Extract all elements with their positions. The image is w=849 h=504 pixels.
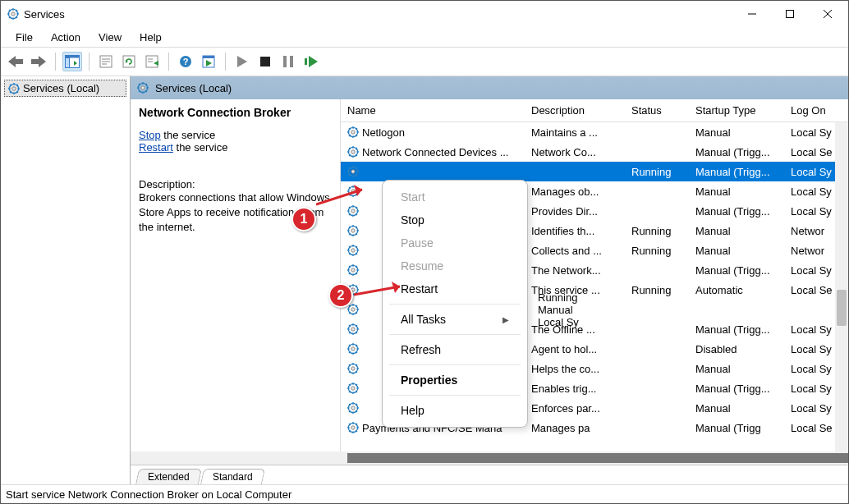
col-header-startup[interactable]: Startup Type xyxy=(689,99,784,121)
cell-startup: Disabled xyxy=(689,343,784,355)
cell-startup: Manual (Trigg... xyxy=(689,146,784,158)
cell-status: Running xyxy=(625,166,689,178)
cell-logon: Networ xyxy=(784,225,842,237)
cell-logon: Local Se xyxy=(784,146,842,158)
context-separator xyxy=(389,364,521,365)
properties-button[interactable] xyxy=(96,52,116,71)
col-header-description[interactable]: Description xyxy=(525,99,625,121)
annotation-badge-1: 1 xyxy=(291,207,316,231)
context-all-tasks[interactable]: All Tasks ▶ xyxy=(383,308,527,331)
menu-view[interactable]: View xyxy=(90,30,130,45)
service-icon xyxy=(347,146,359,158)
service-icon xyxy=(347,402,359,414)
cell-description: Identifies th... xyxy=(525,225,625,237)
tree-item-services-local[interactable]: Services (Local) xyxy=(4,80,126,97)
nav-back-button[interactable] xyxy=(6,52,25,71)
menu-file[interactable]: File xyxy=(7,30,41,45)
cell-status: Running xyxy=(531,291,595,304)
panel-title: Services (Local) xyxy=(155,82,232,94)
toolbar-separator xyxy=(89,53,89,71)
show-hide-tree-button[interactable] xyxy=(62,52,82,71)
nav-forward-button[interactable] xyxy=(29,52,48,71)
table-row[interactable]: NetlogonMaintains a ...ManualLocal Sy xyxy=(341,122,848,142)
stop-service-button[interactable] xyxy=(255,52,275,71)
tab-standard[interactable]: Standard xyxy=(200,469,265,484)
menu-help[interactable]: Help xyxy=(131,30,170,45)
col-header-name[interactable]: Name xyxy=(341,99,525,121)
col-header-status[interactable]: Status xyxy=(625,99,689,121)
cell-startup: Manual (Trigg... xyxy=(689,383,784,395)
refresh-button[interactable] xyxy=(119,52,139,71)
vertical-scrollbar-thumb[interactable] xyxy=(837,290,847,326)
maximize-button[interactable] xyxy=(771,1,809,27)
cell-name: Network Connected Devices ... xyxy=(362,146,508,158)
context-stop[interactable]: Stop xyxy=(383,208,527,231)
toolbar-separator xyxy=(168,53,169,71)
context-menu: Start Stop Pause Resume Restart All Task… xyxy=(382,180,528,428)
service-icon xyxy=(347,205,359,217)
restart-service-link[interactable]: Restart xyxy=(139,141,173,153)
menu-action[interactable]: Action xyxy=(43,30,89,45)
svg-line-43 xyxy=(354,286,400,295)
context-separator xyxy=(389,395,521,396)
vertical-scrollbar[interactable] xyxy=(835,122,848,451)
cell-startup: Manual (Trigg xyxy=(689,422,784,434)
tab-extended[interactable]: Extended xyxy=(135,469,202,484)
help-button[interactable]: ? xyxy=(176,52,195,71)
context-pause: Pause xyxy=(383,231,527,254)
cell-logon: Local Sy xyxy=(784,166,842,178)
context-start: Start xyxy=(383,186,527,208)
cell-startup: Manual (Trigg... xyxy=(689,205,784,218)
close-button[interactable] xyxy=(809,1,847,27)
cell-status: Running xyxy=(625,284,689,296)
svg-marker-14 xyxy=(8,56,23,67)
annotation-arrow-1 xyxy=(316,185,374,206)
start-service-button[interactable] xyxy=(232,52,252,71)
service-icon xyxy=(347,363,359,374)
svg-rect-11 xyxy=(787,11,794,18)
cell-logon: Local Sy xyxy=(784,402,842,415)
cell-startup: Manual (Trigg... xyxy=(689,264,784,277)
table-row[interactable]: Network Connected Devices ...Network Co.… xyxy=(341,142,848,162)
pause-service-button[interactable] xyxy=(278,52,298,71)
minimize-button[interactable] xyxy=(733,1,771,27)
horizontal-scrollbar[interactable] xyxy=(131,451,848,465)
toolbar-separator xyxy=(225,53,226,71)
context-properties[interactable]: Properties xyxy=(383,369,527,392)
restart-service-button[interactable] xyxy=(301,52,321,71)
cell-startup: Manual (Trigg... xyxy=(689,323,784,336)
svg-rect-33 xyxy=(203,56,214,58)
service-icon xyxy=(347,343,359,355)
services-window: Services File Action View Help xyxy=(0,0,849,504)
svg-rect-37 xyxy=(283,56,287,67)
context-help[interactable]: Help xyxy=(383,399,527,422)
submenu-arrow-icon: ▶ xyxy=(503,315,509,324)
toolbar-separator xyxy=(55,53,56,71)
context-refresh[interactable]: Refresh xyxy=(383,338,527,361)
service-icon xyxy=(347,166,359,177)
svg-rect-24 xyxy=(123,56,135,67)
service-icon xyxy=(347,383,359,394)
cell-logon: Local Se xyxy=(784,422,842,434)
cell-description: Collects and ... xyxy=(525,245,625,257)
col-header-logon[interactable]: Log On xyxy=(784,99,842,121)
table-row[interactable]: RunningManual (Trigg...Local Sy xyxy=(341,162,848,181)
panel-header: Services (Local) xyxy=(131,76,848,99)
cell-description: Enables trig... xyxy=(525,383,625,395)
action-pane-button[interactable] xyxy=(199,52,218,71)
service-icon xyxy=(347,245,359,256)
cell-startup: Manual xyxy=(689,402,784,415)
cell-description: Manages ob... xyxy=(525,186,625,198)
service-icon xyxy=(347,304,359,315)
stop-service-link[interactable]: Stop xyxy=(139,129,161,141)
svg-rect-38 xyxy=(290,56,293,67)
cell-logon: Local Sy xyxy=(784,363,842,375)
menubar: File Action View Help xyxy=(1,27,848,47)
horizontal-scrollbar-thumb[interactable] xyxy=(347,453,849,463)
cell-description: Provides Dir... xyxy=(525,205,625,218)
cell-status: Running xyxy=(625,245,689,257)
service-name-heading: Network Connection Broker xyxy=(139,106,332,119)
export-list-button[interactable] xyxy=(142,52,162,71)
restart-suffix: the service xyxy=(173,141,227,153)
cell-logon: Local Sy xyxy=(784,343,842,355)
